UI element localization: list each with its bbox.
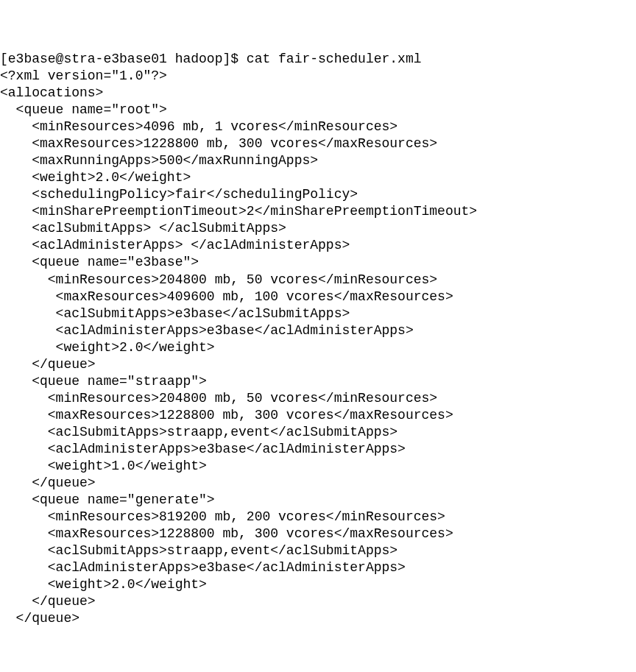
line: <allocations> xyxy=(0,85,103,100)
line: <weight>1.0</weight> xyxy=(0,459,207,473)
line: <weight>2.0</weight> xyxy=(0,340,215,355)
line: </queue> xyxy=(0,357,96,372)
line: <maxResources>1228800 mb, 300 vcores</ma… xyxy=(0,408,453,422)
line: <minSharePreemptionTimeout>2</minSharePr… xyxy=(0,204,477,219)
line: <?xml version="1.0"?> xyxy=(0,68,167,83)
line: <minResources>819200 mb, 200 vcores</min… xyxy=(0,509,445,524)
line: <queue name="generate"> xyxy=(0,492,215,507)
terminal-output: [e3base@stra-e3base01 hadoop]$ cat fair-… xyxy=(0,51,636,627)
line: </queue> xyxy=(0,594,96,609)
line: <aclSubmitApps>straapp,event</aclSubmitA… xyxy=(0,425,398,439)
line: <aclSubmitApps>e3base</aclSubmitApps> xyxy=(0,306,350,321)
line: <minResources>4096 mb, 1 vcores</minReso… xyxy=(0,119,398,134)
line: <weight>2.0</weight> xyxy=(0,170,191,185)
line: <maxResources>1228800 mb, 300 vcores</ma… xyxy=(0,526,453,541)
line: </queue> xyxy=(0,475,96,490)
line: <queue name="root"> xyxy=(0,102,167,117)
line: <maxRunningApps>500</maxRunningApps> xyxy=(0,153,318,168)
line: [e3base@stra-e3base01 hadoop]$ cat fair-… xyxy=(0,52,422,66)
line: <aclAdministerApps> </aclAdministerApps> xyxy=(0,238,350,252)
line: <schedulingPolicy>fair</schedulingPolicy… xyxy=(0,187,358,202)
line: <aclAdministerApps>e3base</aclAdminister… xyxy=(0,560,406,575)
line: <aclSubmitApps> </aclSubmitApps> xyxy=(0,221,286,236)
line: <maxResources>409600 mb, 100 vcores</max… xyxy=(0,289,453,304)
line: <minResources>204800 mb, 50 vcores</minR… xyxy=(0,391,437,406)
line: <aclAdministerApps>e3base</aclAdminister… xyxy=(0,323,414,338)
line: <weight>2.0</weight> xyxy=(0,577,207,592)
line: <maxResources>1228800 mb, 300 vcores</ma… xyxy=(0,136,437,151)
line: </queue> xyxy=(0,611,80,626)
line: <aclSubmitApps>straapp,event</aclSubmitA… xyxy=(0,543,398,558)
line: <minResources>204800 mb, 50 vcores</minR… xyxy=(0,272,437,287)
line: <aclAdministerApps>e3base</aclAdminister… xyxy=(0,442,406,456)
line: <queue name="straapp"> xyxy=(0,374,207,389)
line: <queue name="e3base"> xyxy=(0,255,199,269)
